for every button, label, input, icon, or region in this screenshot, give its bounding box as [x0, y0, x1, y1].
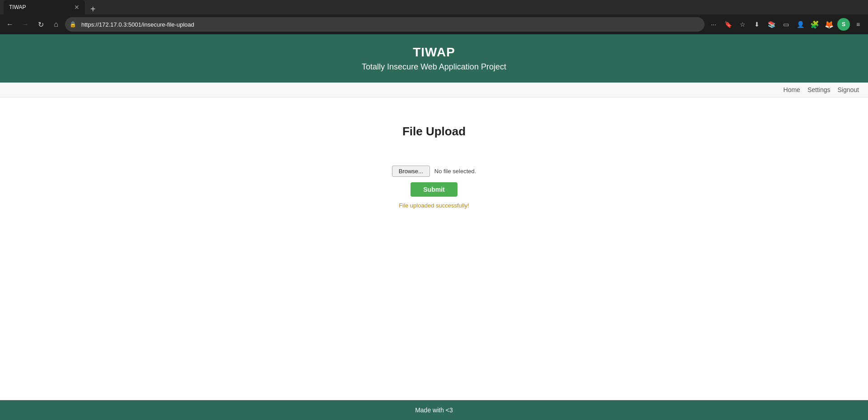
site-footer: Made with <3: [0, 400, 868, 420]
page-wrapper: TIWAP Totally Insecure Web Application P…: [0, 34, 868, 420]
site-title: TIWAP: [9, 45, 859, 60]
new-tab-button[interactable]: +: [87, 4, 99, 14]
success-message: File uploaded successfully!: [399, 202, 469, 209]
browse-button[interactable]: Browse...: [392, 166, 430, 177]
toolbar-actions: ··· 🔖 ☆ ⬇ 📚 ▭ 👤 🧩 🦊 S ≡: [707, 18, 864, 31]
firefox-button[interactable]: 🦊: [823, 18, 835, 31]
tab-bar: TIWAP ✕ +: [0, 0, 868, 14]
file-input-row: Browse... No file selected.: [392, 166, 476, 177]
site-subtitle: Totally Insecure Web Application Project: [9, 62, 859, 72]
pocket-button[interactable]: 🔖: [722, 18, 734, 31]
upload-form: Browse... No file selected. Submit File …: [392, 166, 476, 209]
tab-view-button[interactable]: ▭: [779, 18, 792, 31]
sync-button[interactable]: S: [837, 18, 850, 31]
browser-toolbar: ← → ↻ ⌂ 🔒 ··· 🔖 ☆ ⬇ 📚 ▭ 👤 🧩 🦊 S ≡: [0, 14, 868, 34]
download-button[interactable]: ⬇: [751, 18, 763, 31]
active-tab[interactable]: TIWAP ✕: [4, 0, 85, 14]
extensions-button[interactable]: 🧩: [808, 18, 821, 31]
lock-icon: 🔒: [70, 21, 76, 28]
footer-text: Made with <3: [415, 406, 453, 414]
tab-close-button[interactable]: ✕: [74, 4, 79, 11]
home-button[interactable]: ⌂: [50, 18, 62, 31]
account-button[interactable]: 👤: [794, 18, 807, 31]
address-bar-wrapper: 🔒: [65, 17, 705, 32]
library-button[interactable]: 📚: [765, 18, 778, 31]
browser-chrome: TIWAP ✕ + ← → ↻ ⌂ 🔒 ··· 🔖 ☆ ⬇ 📚 ▭ 👤 🧩 🦊 …: [0, 0, 868, 34]
site-nav: Home Settings Signout: [0, 83, 868, 97]
site-main: File Upload Browse... No file selected. …: [0, 97, 868, 400]
menu-button[interactable]: ≡: [852, 18, 864, 31]
nav-home[interactable]: Home: [784, 86, 800, 93]
address-bar[interactable]: [65, 17, 705, 32]
tab-title: TIWAP: [9, 4, 26, 10]
more-button[interactable]: ···: [707, 18, 720, 31]
forward-button[interactable]: →: [19, 18, 32, 31]
nav-settings[interactable]: Settings: [807, 86, 831, 93]
nav-signout[interactable]: Signout: [838, 86, 859, 93]
page-title: File Upload: [402, 125, 466, 138]
no-file-label: No file selected.: [434, 168, 476, 175]
star-button[interactable]: ☆: [736, 18, 749, 31]
submit-button[interactable]: Submit: [411, 182, 457, 197]
reload-button[interactable]: ↻: [34, 18, 47, 31]
back-button[interactable]: ←: [4, 18, 16, 31]
site-header: TIWAP Totally Insecure Web Application P…: [0, 34, 868, 83]
